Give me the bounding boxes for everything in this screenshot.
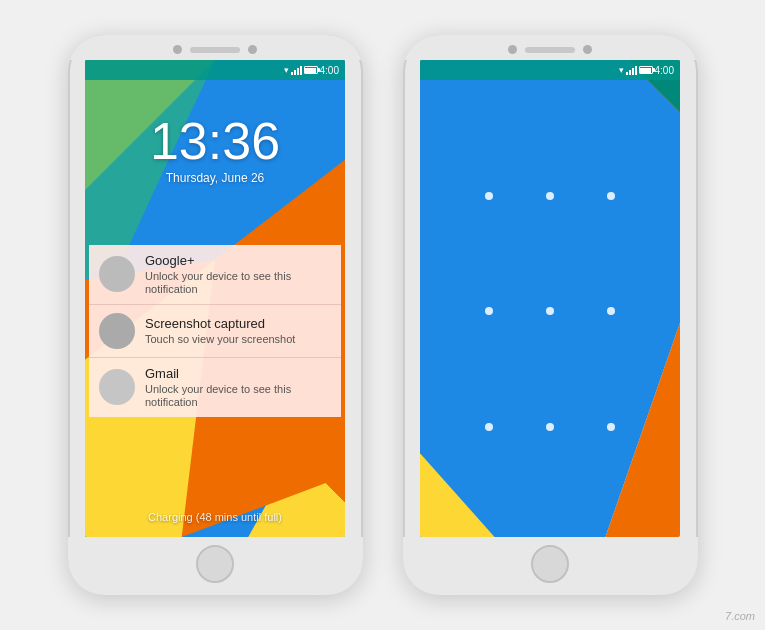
- notif-title-gmail: Gmail: [145, 366, 331, 382]
- signal-icon-right: [626, 65, 637, 75]
- wifi-icon-right: ▾: [619, 65, 624, 75]
- notif-avatar-gmail: [99, 369, 135, 405]
- charging-text: Charging (48 mins until full): [85, 511, 345, 523]
- battery-icon-left: [304, 66, 318, 74]
- phone-right-bottom-bezel: [403, 537, 698, 595]
- pin-dot-9[interactable]: [580, 369, 641, 485]
- wifi-icon-left: ▾: [284, 65, 289, 75]
- pin-dot-5[interactable]: [520, 254, 581, 370]
- camera-left: [173, 45, 182, 54]
- pin-dot-6[interactable]: [580, 254, 641, 370]
- sensor-left: [248, 45, 257, 54]
- notif-gmail[interactable]: Gmail Unlock your device to see this not…: [89, 357, 341, 417]
- pin-dot-4[interactable]: [459, 254, 520, 370]
- sensor-right: [583, 45, 592, 54]
- notif-body-screenshot: Touch so view your screenshot: [145, 333, 331, 346]
- phone-right: ▾ 4:00: [403, 35, 698, 595]
- lock-time: 13:36 Thursday, June 26: [85, 115, 345, 185]
- status-icons-left: ▾ 4:00: [284, 65, 339, 76]
- battery-fill-right: [640, 68, 651, 73]
- phone-left: ▾ 4:00 13:36 Thursday, June 26: [68, 35, 363, 595]
- speaker-right: [525, 47, 575, 53]
- status-bar-left: ▾ 4:00: [85, 60, 345, 80]
- notif-body-google-plus: Unlock your device to see this notificat…: [145, 270, 331, 296]
- pin-dot-7[interactable]: [459, 369, 520, 485]
- phone-right-screen: ▾ 4:00: [420, 60, 680, 537]
- signal-icon-left: [291, 65, 302, 75]
- notif-avatar-screenshot: [99, 313, 135, 349]
- pin-dot-3[interactable]: [580, 138, 641, 254]
- battery-fill-left: [305, 68, 316, 73]
- watermark: 7.com: [725, 610, 755, 622]
- speaker-left: [190, 47, 240, 53]
- phone-right-top-bezel: [403, 35, 698, 60]
- clock-date: Thursday, June 26: [85, 171, 345, 185]
- phone-left-bottom-bezel: [68, 537, 363, 595]
- pin-dots-grid[interactable]: [420, 60, 680, 537]
- notif-body-gmail: Unlock your device to see this notificat…: [145, 383, 331, 409]
- notif-title-screenshot: Screenshot captured: [145, 316, 331, 332]
- clock-time: 13:36: [85, 115, 345, 167]
- status-icons-right: ▾ 4:00: [619, 65, 674, 76]
- camera-right: [508, 45, 517, 54]
- pin-dot-8[interactable]: [520, 369, 581, 485]
- pin-dot-1[interactable]: [459, 138, 520, 254]
- status-time-left: 4:00: [320, 65, 339, 76]
- notif-google-plus[interactable]: Google+ Unlock your device to see this n…: [89, 245, 341, 304]
- notif-avatar-google-plus: [99, 256, 135, 292]
- battery-icon-right: [639, 66, 653, 74]
- notifications-list: Google+ Unlock your device to see this n…: [85, 245, 345, 417]
- notif-content-screenshot: Screenshot captured Touch so view your s…: [145, 316, 331, 346]
- home-button-right[interactable]: [531, 545, 569, 583]
- pin-dot-2[interactable]: [520, 138, 581, 254]
- phone-left-top-bezel: [68, 35, 363, 60]
- status-bar-right: ▾ 4:00: [420, 60, 680, 80]
- phone-left-screen: ▾ 4:00 13:36 Thursday, June 26: [85, 60, 345, 537]
- notif-content-gmail: Gmail Unlock your device to see this not…: [145, 366, 331, 409]
- home-button-left[interactable]: [196, 545, 234, 583]
- notif-content-google-plus: Google+ Unlock your device to see this n…: [145, 253, 331, 296]
- notif-title-google-plus: Google+: [145, 253, 331, 269]
- notif-screenshot[interactable]: Screenshot captured Touch so view your s…: [89, 304, 341, 357]
- status-time-right: 4:00: [655, 65, 674, 76]
